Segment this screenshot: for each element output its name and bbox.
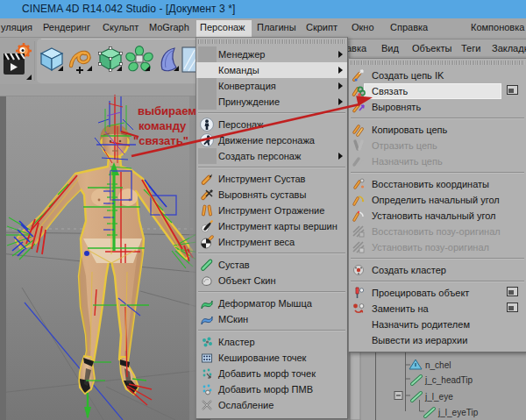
svg-text:n_chel: n_chel	[425, 360, 451, 370]
svg-text:j_l_eye: j_l_eye	[424, 392, 453, 402]
svg-text:j_c_headTip: j_c_headTip	[424, 375, 473, 385]
svg-text:j_l_eyeTip: j_l_eyeTip	[437, 408, 479, 417]
